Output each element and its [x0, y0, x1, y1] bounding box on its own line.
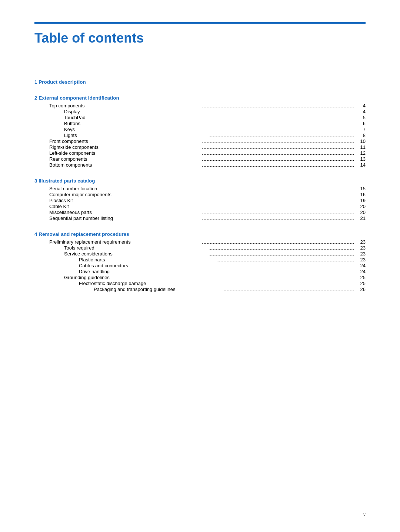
toc-page-number: 8 — [355, 133, 366, 138]
toc-dots — [210, 279, 354, 279]
toc-row: Service considerations23 — [34, 251, 366, 257]
toc-page-number: 23 — [355, 251, 366, 257]
toc-row: Cable Kit20 — [34, 204, 366, 209]
toc-dots — [202, 220, 354, 220]
toc-page-number: 20 — [355, 204, 366, 209]
toc-row: Left-side components12 — [34, 150, 366, 156]
toc-row: TouchPad5 — [34, 115, 366, 120]
toc-item-label: Plastics Kit — [49, 198, 201, 203]
toc-row: Miscellaneous parts20 — [34, 210, 366, 215]
toc-row: Bottom components14 — [34, 162, 366, 168]
toc-page-number: 15 — [355, 186, 366, 191]
toc-item-label: Bottom components — [49, 162, 201, 168]
toc-item-label: Lights — [64, 133, 208, 138]
toc-row: Electrostatic discharge damage25 — [34, 281, 366, 286]
toc-item-label: Packaging and transporting guidelines — [94, 287, 223, 292]
toc-page-number: 13 — [355, 156, 366, 162]
toc-page-number: 21 — [355, 215, 366, 221]
toc-page-number: 4 — [355, 103, 366, 108]
toc-item-label: Tools required — [64, 245, 208, 251]
toc-item-label: Plastic parts — [79, 257, 216, 262]
toc-dots — [217, 267, 354, 267]
toc-page-number: 16 — [355, 192, 366, 197]
toc-dots — [217, 261, 354, 261]
page-container: Table of contents 1 Product description2… — [0, 0, 400, 532]
toc-item-label: Buttons — [64, 121, 208, 126]
toc-dots — [202, 154, 354, 155]
toc-dots — [217, 273, 354, 273]
toc-row: Drive handling24 — [34, 269, 366, 274]
toc-dots — [202, 208, 354, 208]
toc-item-label: Top components — [49, 103, 201, 108]
toc-item-label: Grounding guidelines — [64, 275, 208, 280]
toc-page-number: 4 — [355, 109, 366, 114]
toc-row: Front components10 — [34, 138, 366, 144]
toc-page-number: 10 — [355, 138, 366, 144]
toc-row: Plastics Kit19 — [34, 198, 366, 203]
toc-dots — [202, 148, 354, 149]
toc-page-number: 6 — [355, 121, 366, 126]
toc-item-label: Drive handling — [79, 269, 216, 274]
toc-row: Rear components13 — [34, 156, 366, 162]
toc-row: Cables and connectors24 — [34, 263, 366, 268]
toc-page-number: 25 — [355, 281, 366, 286]
toc-row: Keys7 — [34, 127, 366, 132]
toc-dots — [224, 291, 354, 291]
toc-dots — [202, 243, 354, 244]
toc-page-number: 23 — [355, 257, 366, 262]
toc-item-label: Service considerations — [64, 251, 208, 257]
toc-row: Top components4 — [34, 103, 366, 108]
toc-section-3: 3 Illustrated parts catalogSerial number… — [34, 178, 366, 221]
toc-dots — [210, 119, 354, 119]
toc-page-number: 19 — [355, 198, 366, 203]
toc-item-label: TouchPad — [64, 115, 208, 120]
toc-item-label: Right-side components — [49, 144, 201, 150]
toc-item-label: Keys — [64, 127, 208, 132]
toc-section-4: 4 Removal and replacement proceduresPrel… — [34, 231, 366, 292]
toc-section-2: 2 External component identificationTop c… — [34, 95, 366, 168]
toc-item-label: Cables and connectors — [79, 263, 216, 268]
toc-row: Serial number location15 — [34, 186, 366, 191]
toc-page-number: 23 — [355, 239, 366, 245]
toc-row: Computer major components16 — [34, 192, 366, 197]
toc-row: Tools required23 — [34, 245, 366, 251]
toc-item-label: Left-side components — [49, 150, 201, 156]
toc-dots — [210, 137, 354, 137]
toc-item-label: Rear components — [49, 156, 201, 162]
toc-row: Lights8 — [34, 133, 366, 138]
toc-page-number: 12 — [355, 150, 366, 156]
toc-item-label: Electrostatic discharge damage — [79, 281, 216, 286]
toc-dots — [202, 143, 354, 143]
toc-page-number: 24 — [355, 269, 366, 274]
toc-page-number: 7 — [355, 127, 366, 132]
toc-row: Right-side components11 — [34, 144, 366, 150]
toc-dots — [202, 196, 354, 196]
toc-item-label: Display — [64, 109, 208, 114]
toc-row: Display4 — [34, 109, 366, 114]
toc-dots — [202, 202, 354, 202]
footer-page-number: v — [363, 512, 366, 517]
toc-item-label: Serial number location — [49, 186, 201, 191]
toc-section-1: 1 Product description — [34, 79, 366, 85]
section-heading-4: 4 Removal and replacement procedures — [34, 231, 366, 237]
toc-row: Sequential part number listing21 — [34, 215, 366, 221]
toc-page-number: 26 — [355, 287, 366, 292]
toc-page-number: 25 — [355, 275, 366, 280]
toc-item-label: Computer major components — [49, 192, 201, 197]
toc-page-number: 20 — [355, 210, 366, 215]
toc-row: Packaging and transporting guidelines26 — [34, 287, 366, 292]
top-border-decoration — [34, 22, 366, 24]
toc-dots — [202, 107, 354, 107]
toc-page-number: 23 — [355, 245, 366, 251]
page-footer: v — [363, 512, 366, 517]
toc-page-number: 24 — [355, 263, 366, 268]
toc-item-label: Miscellaneous parts — [49, 210, 201, 215]
section-heading-1: 1 Product description — [34, 79, 366, 85]
toc-dots — [202, 166, 354, 167]
toc-row: Preliminary replacement requirements23 — [34, 239, 366, 245]
toc-dots — [210, 255, 354, 255]
toc-row: Buttons6 — [34, 121, 366, 126]
toc-item-label: Cable Kit — [49, 204, 201, 209]
toc-content: 1 Product description2 External componen… — [34, 79, 366, 292]
toc-row: Grounding guidelines25 — [34, 275, 366, 280]
